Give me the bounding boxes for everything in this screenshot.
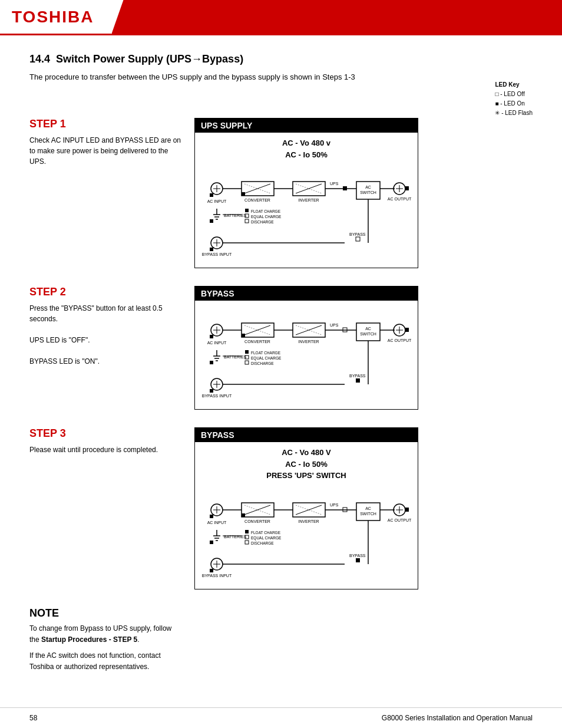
page-number: 58 bbox=[29, 714, 37, 722]
svg-text:BYPASS: BYPASS bbox=[349, 374, 366, 378]
svg-rect-26 bbox=[405, 186, 409, 190]
logo-area: TOSHIBA bbox=[0, 0, 106, 34]
svg-rect-44 bbox=[210, 248, 213, 251]
step-1-diagram-box: UPS SUPPLY AC - Vo 480 vAC - Io 50% AC I… bbox=[194, 118, 418, 268]
step-2-heading: STEP 2 bbox=[29, 286, 183, 298]
svg-text:AC: AC bbox=[365, 506, 371, 510]
note-text-2: If the AC switch does not function, cont… bbox=[29, 650, 183, 673]
svg-rect-94 bbox=[210, 389, 213, 393]
svg-text:FLOAT CHARGE: FLOAT CHARGE bbox=[251, 351, 281, 355]
svg-rect-82 bbox=[210, 361, 213, 364]
step-1-svg: AC INPUT CONVERTER bbox=[200, 166, 413, 261]
step-3-diagram: BYPASS AC - Vo 480 VAC - Io 50%PRESS 'UP… bbox=[194, 427, 533, 589]
step-2-circuit: AC INPUT CONVERTER INVERTER bbox=[195, 301, 418, 409]
svg-rect-139 bbox=[245, 541, 249, 544]
svg-text:INVERTER: INVERTER bbox=[298, 198, 319, 202]
page-footer: 58 G8000 Series Installation and Operati… bbox=[0, 707, 562, 728]
svg-text:DISCHARGE: DISCHARGE bbox=[251, 361, 274, 365]
svg-text:AC INPUT: AC INPUT bbox=[207, 521, 227, 525]
svg-text:BATTERIES: BATTERIES bbox=[224, 535, 247, 539]
svg-rect-48 bbox=[356, 237, 360, 241]
step-1-text: Check AC INPUT LED and BYPASS LED are on… bbox=[29, 135, 183, 167]
note-row: NOTE To change from Bypass to UPS supply… bbox=[29, 607, 533, 673]
svg-rect-39 bbox=[245, 219, 249, 223]
svg-line-7 bbox=[244, 184, 270, 193]
step-1-subtext: AC - Vo 480 vAC - Io 50% bbox=[195, 133, 418, 163]
step-1-circuit: AC INPUT CONVERTER bbox=[195, 163, 418, 268]
step-1-diagram-header: UPS SUPPLY bbox=[195, 118, 418, 133]
svg-text:DISCHARGE: DISCHARGE bbox=[251, 220, 274, 224]
svg-text:BYPASS INPUT: BYPASS INPUT bbox=[202, 574, 232, 578]
svg-text:BYPASS INPUT: BYPASS INPUT bbox=[202, 394, 232, 398]
svg-rect-148 bbox=[356, 558, 360, 562]
svg-text:FLOAT CHARGE: FLOAT CHARGE bbox=[251, 531, 281, 535]
step-3-diagram-box: BYPASS AC - Vo 480 VAC - Io 50%PRESS 'UP… bbox=[194, 427, 418, 589]
svg-text:CONVERTER: CONVERTER bbox=[244, 198, 270, 202]
svg-text:SWITCH: SWITCH bbox=[360, 332, 376, 336]
svg-rect-98 bbox=[356, 378, 360, 383]
svg-line-63 bbox=[296, 325, 322, 335]
svg-rect-109 bbox=[242, 513, 245, 517]
step-3-left: STEP 3 Please wait until procedure is co… bbox=[29, 427, 194, 455]
led-key-item3: ✳ - LED Flash bbox=[495, 108, 533, 118]
svg-rect-3 bbox=[210, 193, 213, 197]
svg-line-107 bbox=[244, 505, 270, 515]
step-1-heading: STEP 1 bbox=[29, 118, 183, 130]
svg-text:AC INPUT: AC INPUT bbox=[207, 199, 227, 203]
led-key: LED Key □ - LED Off ■ - LED On ✳ - LED F… bbox=[495, 80, 533, 118]
svg-text:EQUAL CHARGE: EQUAL CHARGE bbox=[251, 536, 282, 541]
svg-rect-126 bbox=[405, 508, 409, 512]
step-3-heading: STEP 3 bbox=[29, 427, 183, 440]
svg-line-113 bbox=[296, 505, 322, 515]
svg-text:AC: AC bbox=[365, 185, 371, 189]
svg-rect-132 bbox=[210, 541, 213, 544]
svg-rect-103 bbox=[210, 515, 213, 518]
svg-text:CONVERTER: CONVERTER bbox=[244, 340, 270, 344]
svg-text:BATTERIES: BATTERIES bbox=[224, 213, 247, 218]
svg-text:UPS: UPS bbox=[330, 182, 339, 186]
led-key-title: LED Key bbox=[495, 80, 533, 90]
svg-rect-53 bbox=[210, 335, 213, 338]
svg-text:BYPASS: BYPASS bbox=[349, 232, 366, 236]
svg-text:BYPASS: BYPASS bbox=[349, 554, 366, 558]
step-2-text: Press the "BYPASS" button for at least 0… bbox=[29, 303, 183, 367]
svg-text:BYPASS INPUT: BYPASS INPUT bbox=[202, 252, 232, 256]
step-3-subtext: AC - Vo 480 VAC - Io 50%PRESS 'UPS' SWIT… bbox=[195, 442, 418, 484]
svg-line-13 bbox=[296, 184, 322, 193]
svg-text:SWITCH: SWITCH bbox=[360, 512, 376, 516]
svg-line-57 bbox=[244, 325, 270, 335]
svg-rect-9 bbox=[242, 192, 245, 196]
svg-rect-32 bbox=[210, 219, 213, 223]
step-2-diagram-box: BYPASS AC INPUT bbox=[194, 286, 418, 410]
svg-rect-76 bbox=[405, 328, 409, 332]
svg-rect-135 bbox=[245, 530, 249, 533]
step-3-circuit: AC INPUT CONVERTER INVERTER bbox=[195, 484, 418, 589]
svg-text:AC OUTPUT: AC OUTPUT bbox=[388, 197, 412, 201]
svg-text:UPS: UPS bbox=[330, 503, 339, 507]
section-title: 14.4 Switch Power Supply (UPS→Bypass) bbox=[29, 53, 533, 65]
step-3-diagram-header: BYPASS bbox=[195, 428, 418, 442]
svg-text:EQUAL CHARGE: EQUAL CHARGE bbox=[251, 215, 282, 219]
step-2-svg: AC INPUT CONVERTER INVERTER bbox=[200, 308, 413, 402]
svg-text:INVERTER: INVERTER bbox=[298, 519, 319, 523]
led-key-item1: □ - LED Off bbox=[495, 90, 533, 99]
note-text-1: To change from Bypass to UPS supply, fol… bbox=[29, 623, 183, 645]
toshiba-logo: TOSHIBA bbox=[12, 8, 94, 27]
svg-text:INVERTER: INVERTER bbox=[298, 340, 319, 344]
led-key-item2: ■ - LED On bbox=[495, 99, 533, 108]
main-content: 14.4 Switch Power Supply (UPS→Bypass) Th… bbox=[0, 35, 562, 708]
step-1-diagram: UPS SUPPLY AC - Vo 480 vAC - Io 50% AC I… bbox=[194, 118, 533, 268]
svg-text:CONVERTER: CONVERTER bbox=[244, 519, 270, 523]
step-3-row: STEP 3 Please wait until procedure is co… bbox=[29, 427, 533, 589]
step-3-svg: AC INPUT CONVERTER INVERTER bbox=[200, 487, 413, 582]
header-red-bar bbox=[112, 0, 563, 34]
svg-text:AC OUTPUT: AC OUTPUT bbox=[388, 518, 412, 522]
svg-text:AC: AC bbox=[365, 327, 371, 331]
step-2-left: STEP 2 Press the "BYPASS" button for at … bbox=[29, 286, 194, 367]
svg-rect-144 bbox=[210, 569, 213, 572]
note-heading: NOTE bbox=[29, 607, 183, 620]
svg-text:DISCHARGE: DISCHARGE bbox=[251, 541, 274, 545]
intro-text: The procedure to transfer between the UP… bbox=[29, 73, 533, 81]
svg-rect-35 bbox=[245, 209, 249, 212]
intro-area: The procedure to transfer between the UP… bbox=[29, 73, 533, 81]
